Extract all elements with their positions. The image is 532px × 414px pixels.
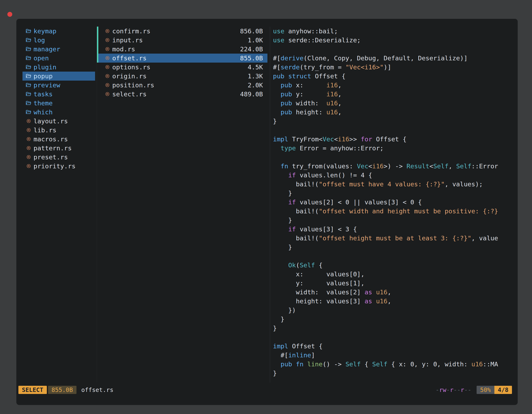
panes-container: keymaplogmanageropenpluginpopuppreviewta… [16, 27, 518, 383]
parent-directory-pane: keymaplogmanageropenpluginpopuppreviewta… [16, 27, 97, 383]
cursor-position-badge: 4/8 [494, 386, 512, 394]
rust-file-icon: ® [104, 90, 110, 98]
file-row[interactable]: ®confirm.rs856.0B [97, 27, 267, 36]
dir-item[interactable]: tasks [22, 90, 95, 99]
item-label: priority.rs [34, 163, 76, 170]
code-line: } [273, 189, 518, 198]
item-label: layout.rs [34, 117, 68, 125]
code-line: pub y: i16, [273, 90, 518, 99]
item-label: pattern.rs [34, 144, 72, 152]
item-label: macros.rs [34, 135, 68, 143]
file-row[interactable]: ®origin.rs1.3K [97, 72, 267, 81]
file-row[interactable]: ®position.rs2.0K [97, 81, 267, 90]
file-item[interactable]: ®macros.rs [22, 135, 95, 144]
file-row[interactable]: ®mod.rs224.0B [97, 45, 267, 54]
folder-icon [26, 65, 31, 69]
item-label: plugin [34, 63, 57, 71]
dir-item[interactable]: open [22, 54, 95, 63]
rust-file-icon: ® [26, 135, 31, 143]
mode-badge: SELECT [19, 386, 47, 394]
code-line: Ok(Self { [273, 260, 518, 270]
window-close-icon[interactable] [7, 12, 12, 17]
item-label: theme [34, 99, 53, 107]
code-line: bail!("offset must have 4 values: {:?}",… [273, 180, 518, 189]
code-line: if values.len() != 4 { [273, 171, 518, 180]
file-name: position.rs [112, 81, 246, 89]
code-line [273, 333, 518, 342]
folder-icon [26, 83, 31, 87]
rust-file-icon: ® [26, 117, 31, 125]
code-line: impl TryFrom<Vec<i16>> for Offset { [273, 135, 518, 144]
file-row[interactable]: ®select.rs489.0B [97, 90, 267, 99]
code-line: if values[3] < 3 { [273, 225, 518, 234]
dir-item[interactable]: preview [22, 81, 95, 90]
file-item[interactable]: ®preset.rs [22, 153, 95, 162]
current-directory-pane: ®confirm.rs856.0B®input.rs1.0K®mod.rs224… [97, 27, 270, 383]
status-left: SELECT 855.0B offset.rs [19, 386, 114, 394]
folder-icon [26, 92, 31, 96]
code-line: } [273, 116, 518, 125]
item-label: preview [34, 81, 60, 89]
rust-file-icon: ® [26, 154, 31, 161]
file-size-badge: 855.0B [48, 386, 76, 394]
file-size: 1.0K [247, 36, 263, 44]
dir-item[interactable]: which [22, 108, 95, 116]
code-line: #[serde(try_from = "Vec<i16>")] [273, 63, 518, 72]
code-line: pub x: i16, [273, 81, 518, 90]
file-row[interactable]: ®options.rs4.5K [97, 63, 267, 72]
dir-item[interactable]: plugin [22, 63, 95, 72]
file-size: 2.0K [247, 81, 263, 89]
file-name: mod.rs [112, 45, 238, 53]
permissions-text: -rw-r--r-- [436, 386, 472, 393]
file-row[interactable]: ®offset.rs855.0B [97, 54, 267, 63]
folder-icon [26, 101, 31, 106]
code-line: #[derive(Clone, Copy, Debug, Default, De… [273, 54, 518, 63]
file-item[interactable]: ®layout.rs [22, 116, 95, 125]
folder-icon [26, 29, 31, 34]
code-line: } [273, 369, 518, 378]
code-line [273, 45, 518, 54]
folder-icon [26, 74, 31, 78]
rust-file-icon: ® [104, 54, 110, 62]
dir-item[interactable]: popup [22, 72, 95, 81]
rust-file-icon: ® [104, 27, 110, 35]
dir-item[interactable]: keymap [22, 27, 95, 36]
code-line: } [273, 216, 518, 225]
code-line: fn try_from(values: Vec<i16>) -> Result<… [273, 162, 518, 171]
dir-item[interactable]: log [22, 36, 95, 45]
item-label: tasks [34, 90, 53, 98]
file-item[interactable]: ®priority.rs [22, 162, 95, 171]
file-item[interactable]: ®lib.rs [22, 125, 95, 135]
scroll-percent-badge: 50% [477, 386, 494, 394]
rust-file-icon: ® [26, 126, 31, 134]
rust-file-icon: ® [104, 72, 110, 80]
code-line [273, 153, 518, 162]
item-label: keymap [34, 27, 57, 35]
code-line: bail!("offset width and height must be p… [273, 207, 518, 216]
item-label: preset.rs [34, 154, 68, 161]
folder-icon [26, 110, 31, 115]
file-name: origin.rs [112, 72, 246, 80]
code-line: impl Offset { [273, 342, 518, 351]
file-item[interactable]: ®pattern.rs [22, 144, 95, 153]
code-line [273, 251, 518, 260]
file-row[interactable]: ®input.rs1.0K [97, 36, 267, 45]
file-name: offset.rs [112, 54, 238, 62]
code-line: pub height: u16, [273, 108, 518, 116]
rust-file-icon: ® [104, 36, 110, 44]
file-size: 4.5K [247, 63, 263, 71]
dir-item[interactable]: manager [22, 45, 95, 54]
item-label: open [34, 54, 49, 62]
item-label: which [34, 108, 53, 116]
code-line: } [273, 324, 518, 333]
file-size: 224.0B [240, 45, 263, 53]
status-right: -rw-r--r-- 50% 4/8 [436, 386, 512, 394]
dir-item[interactable]: theme [22, 99, 95, 108]
code-line: width: values[2] as u16, [273, 288, 518, 297]
item-label: manager [34, 45, 60, 53]
file-name: select.rs [112, 90, 238, 98]
file-size: 856.0B [240, 27, 263, 35]
file-name: confirm.rs [112, 27, 238, 35]
code-line: type Error = anyhow::Error; [273, 144, 518, 153]
app-window: keymaplogmanageropenpluginpopuppreviewta… [0, 0, 532, 414]
